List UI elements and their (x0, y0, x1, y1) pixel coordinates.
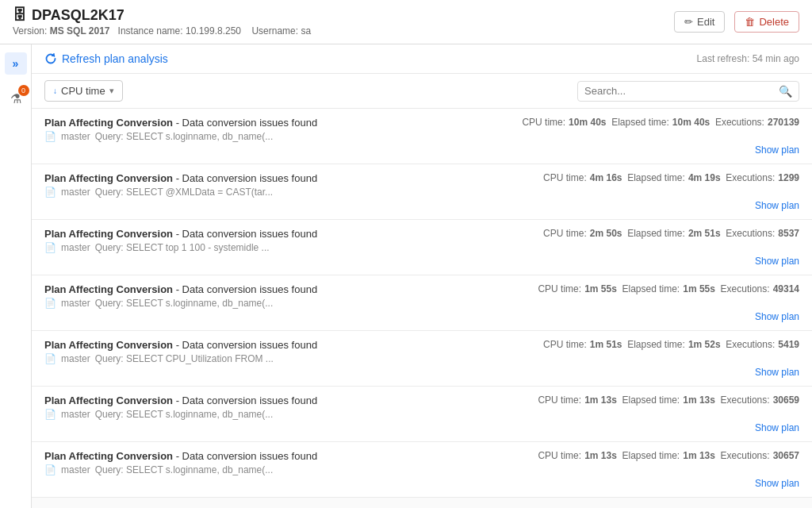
username-label: Username: (251, 25, 298, 37)
server-subtitle: Version: MS SQL 2017 Instance name: 10.1… (13, 25, 311, 37)
item-bottom-3: Show plan (44, 311, 799, 322)
item-type-1: Plan Affecting Conversion (44, 172, 173, 184)
toolbar: Refresh plan analysis Last refresh: 54 m… (32, 44, 812, 74)
item-stats-6: CPU time: 1m 13s Elapsed time: 1m 13s Ex… (538, 450, 799, 461)
last-refresh-text: Last refresh: 54 min ago (697, 53, 799, 64)
show-plan-button-0[interactable]: Show plan (755, 144, 799, 156)
item-bottom-1: Show plan (44, 200, 799, 211)
elapsed-label-2: Elapsed time: (627, 228, 685, 239)
edit-icon: ✏ (684, 16, 693, 28)
item-query-2: Query: SELECT top 1 100 - systemidle ... (95, 242, 270, 253)
item-top-2: Plan Affecting Conversion - Data convers… (44, 228, 799, 240)
exec-label-1: Executions: (726, 172, 775, 183)
item-desc-5: - Data conversion issues found (176, 394, 317, 406)
list-item: Plan Affecting Conversion - Data convers… (32, 387, 812, 442)
item-db-4: master (61, 353, 90, 364)
item-stats-5: CPU time: 1m 13s Elapsed time: 1m 13s Ex… (538, 394, 799, 406)
item-title-1: Plan Affecting Conversion - Data convers… (44, 172, 317, 184)
show-plan-button-4[interactable]: Show plan (755, 367, 799, 378)
refresh-icon (44, 52, 57, 65)
item-desc-3: - Data conversion issues found (176, 283, 317, 295)
edit-button[interactable]: ✏ Edit (674, 11, 725, 33)
elapsed-label-3: Elapsed time: (622, 283, 680, 294)
item-stats-4: CPU time: 1m 51s Elapsed time: 1m 52s Ex… (543, 339, 799, 350)
doc-icon-0: 📄 (44, 131, 56, 142)
exec-value-3: 49314 (773, 283, 799, 294)
list-item: Plan Affecting Conversion - Data convers… (32, 164, 812, 220)
edit-label: Edit (697, 16, 714, 28)
content-area: Refresh plan analysis Last refresh: 54 m… (32, 44, 812, 508)
item-query-5: Query: SELECT s.loginname, db_name(... (95, 409, 274, 420)
cpu-label-1: CPU time: (543, 172, 587, 183)
list-item: Plan Affecting Conversion - Data convers… (32, 109, 812, 164)
item-desc-6: - Data conversion issues found (176, 450, 317, 462)
list-item: Plan Affecting Conversion - Data convers… (32, 442, 812, 498)
item-title-6: Plan Affecting Conversion - Data convers… (44, 450, 317, 462)
search-input[interactable] (584, 85, 779, 97)
cpu-label-4: CPU time: (543, 339, 587, 350)
item-desc-2: - Data conversion issues found (176, 228, 317, 240)
version-label: Version: (13, 25, 47, 37)
exec-value-1: 1299 (778, 172, 799, 183)
item-stats-3: CPU time: 1m 55s Elapsed time: 1m 55s Ex… (538, 283, 799, 294)
sort-label: CPU time (61, 85, 105, 97)
item-db-6: master (61, 464, 90, 475)
item-db-0: master (61, 131, 90, 142)
item-desc-1: - Data conversion issues found (176, 172, 317, 184)
item-bottom-0: Show plan (44, 144, 799, 156)
item-meta-3: 📄 master Query: SELECT s.loginname, db_n… (44, 298, 799, 309)
item-bottom-4: Show plan (44, 367, 799, 378)
sidebar-filter-icon[interactable]: ⚗ 0 (5, 87, 27, 110)
server-title: 🗄 DPASQL2K17 (13, 7, 311, 24)
sort-button[interactable]: ↓ CPU time ▾ (44, 80, 123, 102)
item-stats-1: CPU time: 4m 16s Elapsed time: 4m 19s Ex… (543, 172, 799, 183)
instance-label: Instance name: (118, 25, 183, 37)
elapsed-label-5: Elapsed time: (622, 394, 680, 406)
sort-down-icon: ↓ (53, 87, 57, 95)
cpu-label-3: CPU time: (538, 283, 581, 294)
item-desc-4: - Data conversion issues found (176, 339, 317, 351)
elapsed-value-6: 1m 13s (683, 450, 715, 461)
item-type-4: Plan Affecting Conversion (44, 339, 173, 351)
show-plan-button-6[interactable]: Show plan (755, 478, 799, 489)
top-bar: 🗄 DPASQL2K17 Version: MS SQL 2017 Instan… (0, 0, 812, 44)
item-meta-1: 📄 master Query: SELECT @XMLData = CAST(t… (44, 187, 799, 198)
search-box: 🔍 (577, 81, 799, 102)
cpu-value-6: 1m 13s (584, 450, 617, 461)
sort-chevron-icon: ▾ (109, 86, 114, 96)
show-plan-button-3[interactable]: Show plan (755, 311, 799, 322)
elapsed-label-0: Elapsed time: (611, 117, 669, 128)
item-type-0: Plan Affecting Conversion (44, 117, 173, 129)
item-db-3: master (61, 298, 90, 309)
cpu-value-0: 10m 40s (569, 117, 606, 128)
exec-value-4: 5419 (778, 339, 799, 350)
doc-icon-5: 📄 (44, 409, 56, 420)
cpu-value-2: 2m 50s (590, 228, 622, 239)
item-meta-4: 📄 master Query: SELECT CPU_Utilization F… (44, 353, 799, 364)
cpu-value-1: 4m 16s (590, 172, 622, 183)
expand-icon: » (13, 57, 19, 70)
item-query-0: Query: SELECT s.loginname, db_name(... (95, 131, 274, 142)
delete-icon: 🗑 (745, 16, 755, 28)
top-bar-actions: ✏ Edit 🗑 Delete (674, 11, 799, 33)
delete-label: Delete (759, 16, 789, 28)
item-type-2: Plan Affecting Conversion (44, 228, 173, 240)
item-title-2: Plan Affecting Conversion - Data convers… (44, 228, 317, 240)
sidebar-expand-button[interactable]: » (5, 52, 27, 75)
cpu-value-4: 1m 51s (590, 339, 622, 350)
item-query-1: Query: SELECT @XMLData = CAST(tar... (95, 187, 273, 198)
elapsed-label-1: Elapsed time: (627, 172, 685, 183)
exec-label-3: Executions: (721, 283, 770, 294)
refresh-button[interactable]: Refresh plan analysis (44, 52, 168, 65)
elapsed-value-0: 10m 40s (672, 117, 710, 128)
show-plan-button-5[interactable]: Show plan (755, 422, 799, 433)
elapsed-value-2: 2m 51s (688, 228, 721, 239)
show-plan-button-1[interactable]: Show plan (755, 200, 799, 211)
item-desc-0: - Data conversion issues found (176, 117, 317, 129)
item-top-3: Plan Affecting Conversion - Data convers… (44, 283, 799, 295)
item-top-5: Plan Affecting Conversion - Data convers… (44, 394, 799, 406)
server-name: DPASQL2K17 (32, 7, 124, 24)
delete-button[interactable]: 🗑 Delete (734, 11, 799, 33)
item-top-6: Plan Affecting Conversion - Data convers… (44, 450, 799, 462)
show-plan-button-2[interactable]: Show plan (755, 256, 799, 267)
